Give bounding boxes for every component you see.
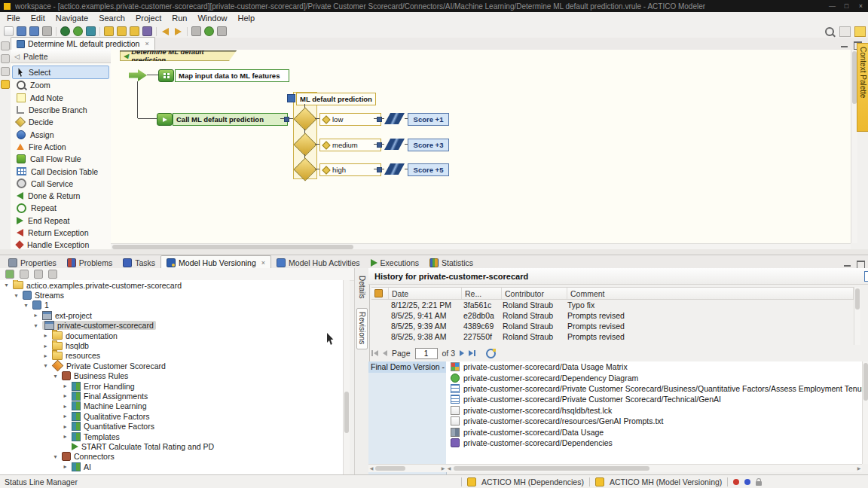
mh-dependencies-status[interactable]: ACTICO MH (Dependencies) (481, 477, 584, 486)
tree-item[interactable]: ▸documentation (0, 331, 343, 340)
editor-tab-determine-ml[interactable]: Determine ML default prediction × (11, 37, 155, 50)
palette-item-zoom[interactable]: Zoom (11, 79, 111, 91)
tree-item[interactable]: ▸Error Handling (0, 381, 343, 391)
new-model-icon[interactable] (102, 26, 115, 37)
score-node-high[interactable]: Score +5 (408, 163, 449, 176)
palette-item-repeat[interactable]: Repeat (11, 202, 111, 214)
menu-window[interactable]: Window (192, 12, 232, 25)
collapse-palette-icon[interactable]: ◁ (14, 53, 20, 60)
report-icon[interactable] (864, 271, 868, 282)
add-icon[interactable] (5, 270, 14, 279)
forward-icon[interactable] (172, 26, 185, 37)
run-icon[interactable] (72, 26, 84, 37)
map-node-label[interactable]: Map input data to ML features (175, 69, 289, 82)
score-node-low[interactable]: Score +1 (408, 113, 449, 126)
palette-item-decide[interactable]: Decide (11, 116, 111, 128)
outline-view-icon[interactable] (1, 54, 10, 63)
history-table-scrollbar[interactable] (854, 287, 860, 345)
tree-vertical-scrollbar[interactable] (343, 280, 350, 474)
tree-item[interactable]: ▸AI (0, 462, 343, 471)
palette-header[interactable]: ◁ Palette (11, 50, 111, 63)
tree-item[interactable]: START Calculate Total Rating and PD (0, 441, 343, 451)
file-list-horizontal-scrollbar[interactable]: ◀▶ (446, 464, 862, 472)
branch-label-medium[interactable]: medium (319, 139, 381, 151)
assign-node-high[interactable] (384, 163, 405, 175)
tree-item[interactable]: ▾Connectors (0, 452, 343, 462)
new-wizard-icon[interactable] (2, 26, 15, 37)
tab-executions[interactable]: Executions (365, 256, 424, 269)
map-node-icon[interactable] (158, 69, 174, 82)
assign-node-medium[interactable] (384, 139, 405, 150)
tree-item[interactable]: ▸hsqldb (0, 340, 343, 350)
context-palette-tab[interactable]: Context Palette (857, 43, 868, 132)
tree-item[interactable]: ▾Business Rules (0, 371, 343, 381)
actico-view-icon[interactable] (1, 80, 10, 89)
mh-model-versioning-status[interactable]: ACTICO MH (Model Versioning) (610, 477, 722, 486)
maximize-button[interactable]: □ (839, 0, 854, 12)
actico-perspective-icon[interactable] (854, 26, 866, 37)
last-page-icon[interactable] (469, 350, 475, 356)
close-button[interactable]: × (854, 0, 868, 12)
print-icon[interactable] (41, 26, 53, 37)
restore-view-icon[interactable] (1, 41, 10, 50)
tree-item[interactable]: ▸resources (0, 351, 343, 361)
tree-item-selected[interactable]: ▾private-customer-scorecard (0, 321, 343, 331)
column-date[interactable]: Date (389, 288, 462, 299)
collapse-all-icon[interactable] (34, 270, 43, 279)
file-item[interactable]: private-customer-scorecard/Dependency Di… (446, 372, 862, 383)
new-rule-icon[interactable] (115, 26, 128, 37)
annotation-icon[interactable] (141, 26, 154, 37)
save-all-icon[interactable] (28, 26, 41, 37)
minimize-view-icon[interactable] (841, 44, 848, 47)
start-node[interactable] (129, 69, 147, 81)
file-item[interactable]: private-customer-scorecard/Private Custo… (446, 394, 862, 404)
history-row[interactable]: 8/5/25, 9:38 AM 227550f Roland Straub Pr… (371, 331, 854, 342)
branch-label-low[interactable]: low (319, 113, 381, 126)
next-page-icon[interactable] (460, 350, 464, 356)
tree-item[interactable]: ▸Templates (0, 432, 343, 441)
link-with-editor-icon[interactable] (48, 270, 57, 279)
palette-item-add-note[interactable]: Add Note (11, 92, 111, 104)
column-revision[interactable]: Re... (462, 288, 502, 299)
previous-page-icon[interactable] (383, 350, 387, 356)
palette-item-assign[interactable]: Assign (11, 128, 111, 140)
minimize-view-icon[interactable] (844, 263, 851, 267)
call-node-icon[interactable] (157, 113, 173, 126)
tab-problems[interactable]: Problems (62, 256, 118, 269)
tab-tasks[interactable]: Tasks (118, 256, 160, 269)
refresh-icon[interactable] (203, 26, 215, 37)
minimize-button[interactable]: — (825, 0, 839, 12)
menu-help[interactable]: Help (233, 12, 261, 25)
banner-back-icon[interactable]: ◀ (124, 53, 128, 59)
perspective-icon[interactable] (839, 26, 851, 37)
tree-item[interactable]: ▸Final Assignments (0, 391, 343, 401)
column-contributor[interactable]: Contributor (502, 288, 567, 299)
refresh-icon[interactable] (486, 349, 496, 358)
menu-project[interactable]: Project (130, 12, 167, 25)
tab-model-hub-activities[interactable]: Model Hub Activities (271, 256, 365, 269)
tree-item[interactable]: ▸Qualitative Factors (0, 411, 343, 421)
call-node-label[interactable]: Call ML default prediction (173, 113, 288, 126)
history-row[interactable]: 8/5/25, 9:41 AM e28db0a Roland Straub Pr… (371, 310, 854, 321)
palette-item-describe-branch[interactable]: Describe Branch (11, 104, 111, 116)
history-row[interactable]: 8/12/25, 2:21 PM 3fa561c Roland Straub T… (371, 300, 854, 310)
palette-item-end-repeat[interactable]: End Repeat (11, 215, 111, 227)
palette-item-done-return[interactable]: Done & Return (11, 190, 111, 202)
close-icon[interactable]: × (261, 259, 265, 267)
explorer-view-icon[interactable] (1, 67, 10, 76)
close-icon[interactable]: × (145, 40, 148, 47)
save-icon[interactable] (15, 26, 28, 37)
back-icon[interactable] (159, 26, 172, 37)
version-item[interactable]: Final Demo Version - 1 (368, 361, 446, 373)
menu-edit[interactable]: Edit (26, 12, 50, 25)
palette-item-call-flow-rule[interactable]: Call Flow Rule (11, 153, 111, 165)
column-comment[interactable]: Comment (567, 288, 854, 299)
search-icon[interactable] (823, 26, 836, 37)
first-page-icon[interactable] (371, 350, 378, 356)
history-row[interactable]: 8/5/25, 9:39 AM 4389c69 Roland Straub Pr… (371, 321, 854, 331)
score-node-medium[interactable]: Score +3 (408, 139, 449, 151)
tree-item[interactable]: ▾Streams (0, 290, 343, 300)
tree-item[interactable]: ▾actico.examples.private-customer-scorec… (0, 280, 343, 290)
link-icon[interactable] (190, 26, 203, 37)
file-item[interactable]: private-customer-scorecard/Dependencies (446, 438, 862, 448)
